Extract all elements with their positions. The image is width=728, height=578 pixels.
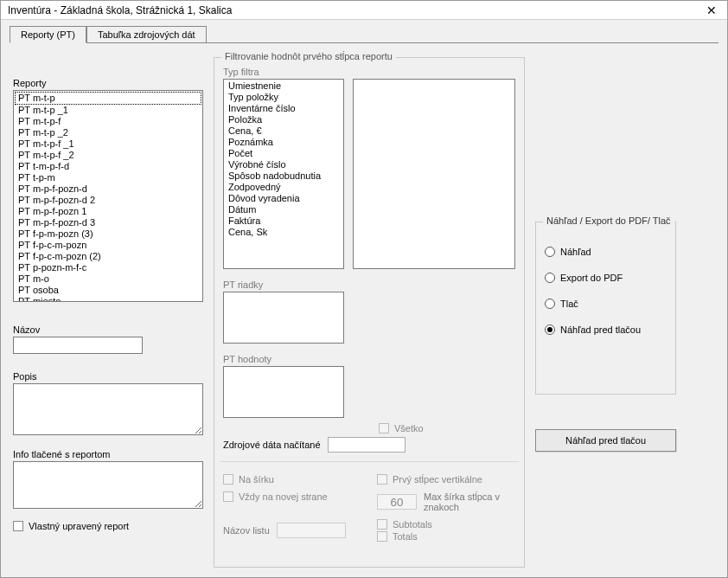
nazov-label: Názov	[13, 324, 203, 335]
list-item[interactable]: Faktúra	[225, 215, 342, 227]
output-groupbox: Náhľad / Export do PDF/ Tlač NáhľadExpor…	[535, 222, 676, 395]
radio-option[interactable]: Náhľad pred tlačou	[545, 324, 667, 335]
nazov-listu-input[interactable]	[277, 523, 346, 538]
zdrojove-input[interactable]	[328, 437, 406, 453]
vsetko-label: Všetko	[394, 423, 424, 434]
typ-filtra-label: Typ filtra	[223, 67, 515, 77]
output-group-title: Náhľad / Export do PDF/ Tlač	[543, 215, 674, 226]
list-item[interactable]: PT m-t-p	[15, 92, 201, 105]
popis-textarea[interactable]	[13, 383, 203, 435]
list-item[interactable]: PT miesto	[15, 296, 201, 302]
list-item[interactable]: PT m-p-f-pozn-d 2	[15, 195, 201, 206]
info-label: Info tlačené s reportom	[13, 449, 203, 459]
checkbox-icon	[13, 521, 23, 531]
prvy-stlpec-checkbox[interactable]: Prvý stĺpec vertikálne	[377, 474, 515, 485]
tab-panel: Reporty PT m-t-pPT m-t-p _1PT m-t-p-fPT …	[1, 43, 727, 576]
nazov-listu-label: Názov listu	[223, 525, 270, 536]
tab-zdrojove[interactable]: Tabuľka zdrojových dát	[86, 26, 207, 43]
vsetko-checkbox[interactable]: Všetko	[379, 423, 515, 434]
radio-label: Náhľad pred tlačou	[560, 324, 641, 335]
totals-checkbox[interactable]: Totals	[377, 531, 515, 542]
vzdy-novej-checkbox[interactable]: Vždy na novej strane	[223, 491, 361, 502]
list-item[interactable]: PT t-m-p-f-d	[15, 161, 201, 172]
radio-icon	[545, 273, 555, 283]
list-item[interactable]: Poznámka	[225, 137, 342, 148]
tabs: Reporty (PT) Tabuľka zdrojových dát	[1, 20, 727, 42]
prvy-stlpec-label: Prvý stĺpec vertikálne	[393, 474, 482, 485]
radio-option[interactable]: Náhľad	[545, 247, 667, 257]
close-icon[interactable]: ✕	[699, 3, 724, 17]
checkbox-icon	[377, 531, 387, 542]
app-window: Inventúra - Základná škola, Strážnická 1…	[0, 0, 728, 578]
radio-label: Tlač	[560, 299, 578, 309]
radio-icon	[545, 299, 555, 309]
reporty-listbox[interactable]: PT m-t-pPT m-t-p _1PT m-t-p-fPT m-t-p _2…	[13, 90, 203, 302]
checkbox-icon	[377, 474, 387, 485]
list-item[interactable]: Inventárne číslo	[225, 103, 342, 114]
na-sirku-label: Na šírku	[239, 474, 274, 485]
checkbox-icon	[223, 474, 233, 485]
list-item[interactable]: Výrobné číslo	[225, 159, 342, 170]
titlebar: Inventúra - Základná škola, Strážnická 1…	[1, 1, 727, 20]
list-item[interactable]: PT m-t-p-f	[15, 116, 201, 127]
list-item[interactable]: PT m-t-p-f _1	[15, 138, 201, 150]
list-item[interactable]: PT m-p-f-pozn 1	[15, 206, 201, 217]
checkbox-icon	[223, 491, 233, 502]
radio-option[interactable]: Export do PDF	[545, 273, 667, 283]
pt-hodnoty-listbox[interactable]	[223, 366, 344, 418]
vzdy-novej-label: Vždy na novej strane	[239, 491, 328, 502]
list-item[interactable]: Cena, €	[225, 125, 342, 137]
list-item[interactable]: PT osoba	[15, 285, 201, 296]
vlastny-upraveny-label: Vlastný upravený report	[29, 521, 129, 531]
list-item[interactable]: Počet	[225, 148, 342, 159]
reporty-label: Reporty	[13, 78, 203, 88]
list-item[interactable]: Spôsob nadobudnutia	[225, 170, 342, 182]
list-item[interactable]: PT m-t-p-f _2	[15, 150, 201, 161]
subtotals-checkbox[interactable]: Subtotals	[377, 519, 515, 530]
list-item[interactable]: PT m-p-f-pozn-d	[15, 183, 201, 195]
list-item[interactable]: PT t-p-m	[15, 172, 201, 183]
list-item[interactable]: Cena, Sk	[225, 227, 342, 238]
list-item[interactable]: PT p-pozn-m-f-c	[15, 262, 201, 273]
info-textarea[interactable]	[13, 461, 203, 509]
list-item[interactable]: PT f-p-m-pozn (3)	[15, 228, 201, 240]
filter-values-listbox[interactable]	[353, 79, 515, 269]
pt-hodnoty-label: PT hodnoty	[223, 354, 515, 364]
list-item[interactable]: PT m-t-p _1	[15, 105, 201, 116]
right-column: Náhľad / Export do PDF/ Tlač NáhľadExpor…	[535, 52, 715, 568]
popis-label: Popis	[13, 371, 203, 382]
radio-label: Náhľad	[560, 247, 591, 257]
list-item[interactable]: Dôvod vyradenia	[225, 193, 342, 204]
typ-filtra-listbox[interactable]: UmiestnenieTyp položkyInventárne čísloPo…	[223, 79, 344, 269]
list-item[interactable]: PT f-p-c-m-pozn (2)	[15, 251, 201, 262]
preview-button[interactable]: Náhľad pred tlačou	[535, 429, 676, 452]
list-item[interactable]: Položka	[225, 114, 342, 125]
list-item[interactable]: PT f-p-c-m-pozn	[15, 240, 201, 251]
vlastny-upraveny-checkbox[interactable]: Vlastný upravený report	[13, 521, 203, 531]
na-sirku-checkbox[interactable]: Na šírku	[223, 474, 361, 485]
totals-label: Totals	[393, 531, 418, 542]
tab-reporty[interactable]: Reporty (PT)	[10, 26, 86, 43]
list-item[interactable]: Dátum	[225, 204, 342, 215]
list-item[interactable]: Typ položky	[225, 92, 342, 103]
list-item[interactable]: Zodpovedný	[225, 182, 342, 193]
filter-groupbox: Filtrovanie hodnôt prvého stĺpca reportu…	[214, 57, 525, 568]
list-item[interactable]: PT m-t-p _2	[15, 127, 201, 138]
list-item[interactable]: PT m-p-f-pozn-d 3	[15, 217, 201, 228]
radio-option[interactable]: Tlač	[545, 299, 667, 309]
max-sirka-row: Max šírka stĺpca v znakoch	[377, 491, 515, 512]
max-sirka-input[interactable]	[377, 494, 417, 510]
checkbox-icon	[379, 423, 389, 434]
max-sirka-label: Max šírka stĺpca v znakoch	[424, 491, 515, 512]
radio-icon	[545, 247, 555, 257]
subtotals-label: Subtotals	[393, 519, 432, 530]
zdrojove-label: Zdrojové dáta načítané	[223, 440, 321, 450]
nazov-input[interactable]	[13, 337, 143, 354]
middle-column: Filtrovanie hodnôt prvého stĺpca reportu…	[214, 52, 525, 568]
list-item[interactable]: PT m-o	[15, 273, 201, 285]
checkbox-icon	[377, 519, 387, 530]
pt-riadky-listbox[interactable]	[223, 292, 344, 344]
zdrojove-row: Zdrojové dáta načítané	[223, 437, 515, 453]
list-item[interactable]: Umiestnenie	[225, 80, 342, 92]
left-column: Reporty PT m-t-pPT m-t-p _1PT m-t-p-fPT …	[13, 52, 203, 568]
